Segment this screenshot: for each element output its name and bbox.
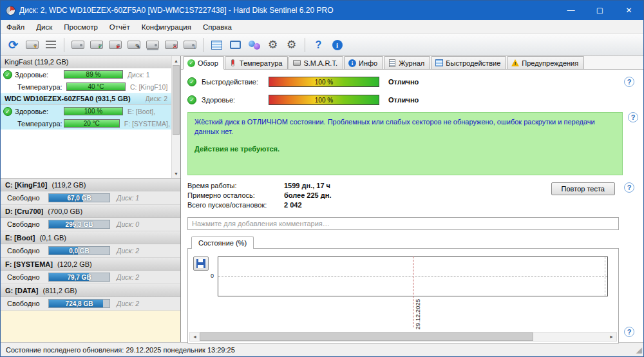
partition-item-g[interactable]: G: [DATA] (811,2 GB) Свободно 724,8 GB Д… — [1, 284, 180, 311]
hdd-stack-icon — [146, 41, 159, 49]
disk-accept-button[interactable]: ✓ — [88, 36, 105, 53]
disk-item-kingfast[interactable]: KingFast (119,2 GB) ✓ Здоровье: 89 % Дис… — [1, 56, 171, 93]
tab-info[interactable]: i Инфо — [344, 56, 383, 69]
hdd-remove-icon: ✕ — [165, 41, 178, 49]
retest-button[interactable]: Повтор теста — [551, 182, 615, 195]
help-icon[interactable]: ? — [624, 182, 634, 193]
free-space-bar: 295,3 GB — [48, 220, 110, 229]
ok-icon: ✓ — [187, 77, 196, 86]
disk-list: KingFast (119,2 GB) ✓ Здоровье: 89 % Дис… — [1, 56, 180, 179]
save-icon — [196, 259, 205, 268]
menu-help[interactable]: Справка — [197, 21, 238, 33]
scroll-thumb[interactable] — [173, 65, 180, 135]
menu-bar: Файл Диск Просмотр Отчёт Конфигурация Сп… — [1, 20, 643, 34]
disk-edit-button[interactable]: ✎ — [125, 36, 142, 53]
partition-item-d[interactable]: D: [Cru700] (700,0 GB) Свободно 295,3 GB… — [1, 205, 180, 231]
refresh-button[interactable]: ⟳ — [5, 36, 22, 53]
scroll-right-icon[interactable]: ► — [607, 333, 616, 341]
health-ok-icon: ✓ — [3, 107, 12, 116]
info-icon: i — [348, 59, 356, 67]
comment-input[interactable] — [187, 217, 619, 230]
hdd-edit-icon: ✎ — [128, 41, 140, 49]
menu-report[interactable]: Отчёт — [104, 21, 136, 33]
help-icon[interactable]: ? — [628, 112, 638, 122]
status-action: Действия не требуются. — [194, 145, 616, 153]
scroll-left-icon[interactable]: ◄ — [190, 333, 200, 341]
disk-item-wdc-selected[interactable]: WDC WD10EZEX-60ZF5A0 (931,5 GB) Диск: 2 … — [1, 93, 171, 130]
save-chart-button[interactable] — [193, 256, 209, 271]
tab-smart[interactable]: S.M.A.R.T. — [289, 56, 343, 69]
scroll-up-icon[interactable]: ▲ — [172, 56, 180, 65]
maximize-button[interactable]: ▢ — [585, 1, 614, 20]
hdd-icon: ▼ — [26, 41, 39, 49]
menu-view[interactable]: Просмотр — [58, 21, 104, 33]
disk-temp-row: Температура: 40 °C C: [KingF10] — [1, 81, 171, 93]
help-icon[interactable]: ? — [624, 327, 634, 337]
partition-list: C: [KingF10] (119,2 GB) Свободно 67,0 GB… — [1, 179, 180, 342]
right-gridline — [605, 257, 605, 296]
quick-update-button[interactable]: ▼ — [23, 36, 41, 53]
disk-remove-button[interactable]: ✕ — [162, 36, 180, 53]
scroll-thumb[interactable] — [200, 333, 533, 341]
disk-info-button[interactable] — [69, 36, 86, 53]
help-icon[interactable]: ? — [624, 77, 634, 87]
disk-settings-button[interactable]: ⚙ — [283, 36, 300, 53]
partition-item-c[interactable]: C: [KingF10] (119,2 GB) Свободно 67,0 GB… — [1, 179, 180, 205]
minimize-button[interactable]: — — [556, 1, 585, 20]
free-space-bar: 0,0 GB — [48, 246, 110, 255]
free-space-bar: 724,8 GB — [48, 299, 110, 308]
network-button[interactable] — [245, 36, 263, 53]
disk-list-scrollbar[interactable]: ▲ ▼ — [171, 56, 180, 178]
tab-alerts[interactable]: ! Предупреждения — [507, 56, 584, 69]
sidebar-filler — [1, 311, 180, 342]
help-button[interactable]: ? — [310, 36, 327, 53]
disk-test-button[interactable]: ► — [106, 36, 124, 53]
content-area: ✓ Обзор Температура S.M.A.R.T. i Инфо — [181, 56, 643, 342]
temperature-panel-button[interactable] — [208, 36, 225, 53]
lifetime-remaining: более 225 дн. — [284, 191, 331, 201]
scroll-down-icon[interactable]: ▼ — [172, 169, 180, 178]
tab-overview[interactable]: ✓ Обзор — [183, 56, 224, 70]
hdd-check-icon: ✓ — [90, 41, 103, 49]
tab-log[interactable]: Журнал — [384, 56, 430, 69]
chart-area: 0 29.12.2025 — [218, 256, 608, 343]
gear-disk-icon: ⚙ — [287, 38, 296, 52]
partition-item-e[interactable]: E: [Boot] (0,1 GB) Свободно 0,0 GB Диск:… — [1, 231, 180, 258]
title-bar: Диск: 2, WDC WD10EZEX-60ZF5A0 [WD-WMC1S7… — [1, 1, 643, 20]
tab-temperature[interactable]: Температура — [225, 56, 289, 69]
performance-row: ✓ Быстродействие: 100 % Отлично ? — [187, 76, 638, 88]
menu-disk[interactable]: Диск — [30, 21, 58, 33]
disk-download-button[interactable]: ↓ — [181, 36, 198, 53]
chart-scrollbar[interactable]: ◄ ► — [189, 332, 617, 342]
hdd-icon — [71, 41, 84, 49]
partition-item-f[interactable]: F: [SYSTEMA] (120,2 GB) Свободно 79,7 GB… — [1, 258, 180, 284]
tab-performance[interactable]: Быстродействие — [431, 56, 506, 69]
warning-triangle-icon: ! — [511, 59, 519, 67]
help-icon: ? — [316, 39, 322, 51]
menu-configuration[interactable]: Конфигурация — [136, 21, 197, 33]
menu-file[interactable]: Файл — [1, 21, 30, 33]
date-marker-line — [413, 256, 413, 327]
ok-icon: ✓ — [187, 95, 196, 104]
settings-button[interactable]: ⚙ — [264, 36, 281, 53]
stats-block: Время работы: 1599 дн., 17 ч Примерно ос… — [187, 182, 638, 211]
performance-status: Отлично — [388, 78, 419, 86]
status-description-box: Жёсткий диск в ОТЛИЧНОМ состоянии. Пробл… — [187, 112, 623, 175]
thermometer-icon — [229, 59, 237, 67]
resize-grip[interactable]: ◢ — [636, 345, 642, 354]
disk-stack-button[interactable] — [144, 36, 161, 53]
close-button[interactable]: ✕ — [614, 1, 643, 20]
chart-tab-state[interactable]: Состояние (%) — [191, 236, 254, 249]
health-chart-section: Состояние (%) 0 29.12.2025 — [187, 236, 638, 343]
toolbar: ⟳ ▼ ✓ ► ✎ ✕ ↓ ⚙ ⚙ ? i — [1, 34, 643, 56]
status-text: Состояние последнего обновления: 29.12.2… — [6, 346, 235, 354]
start-stop-count: 2 042 — [284, 201, 302, 211]
performance-panel-icon — [435, 59, 443, 67]
about-button[interactable]: i — [328, 36, 346, 53]
power-on-time: 1599 дн., 17 ч — [284, 182, 330, 191]
x-axis-date-label: 29.12.2025 — [414, 299, 421, 330]
monitor-icon — [230, 41, 241, 49]
display-button[interactable] — [227, 36, 244, 53]
report-list-button[interactable] — [42, 36, 59, 53]
disk-name: KingFast (119,2 GB) — [5, 58, 68, 66]
